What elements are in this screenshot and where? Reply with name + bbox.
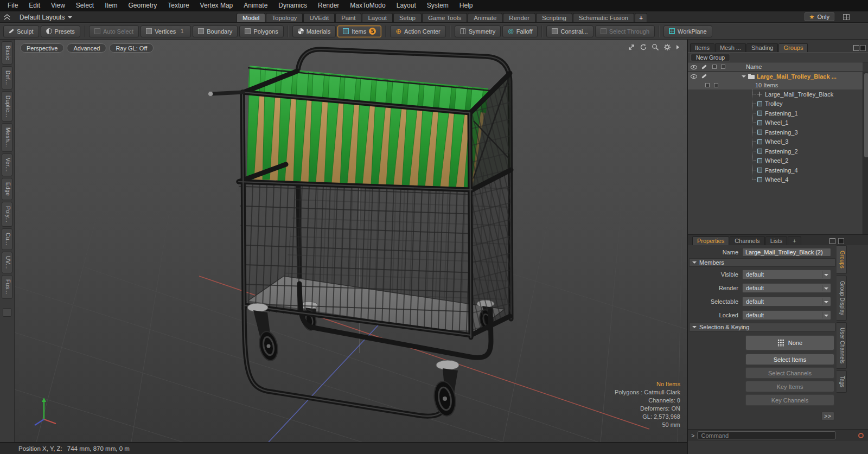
macro-record-icon[interactable] (858, 433, 864, 438)
tree-item[interactable]: Wheel_1 (688, 118, 863, 128)
toolbox-tab-basic[interactable]: Basic (2, 41, 12, 65)
panel-gear-icon[interactable] (838, 238, 844, 244)
tab-model[interactable]: Model (237, 13, 265, 22)
menu-select[interactable]: Select (71, 0, 99, 11)
menu-geometry[interactable]: Geometry (123, 0, 163, 11)
gear-icon[interactable] (663, 43, 671, 51)
command-input[interactable] (697, 431, 836, 439)
side-tab-group-display[interactable]: Group Display (837, 276, 847, 321)
visible-dropdown[interactable]: default (742, 270, 831, 279)
panel-maximize-icon[interactable] (853, 45, 859, 51)
layout-preset-dropdown[interactable]: Default Layouts (16, 12, 75, 22)
tree-scrollbar[interactable] (863, 72, 868, 234)
tab-animate[interactable]: Animate (468, 13, 502, 22)
menu-view[interactable]: View (46, 0, 71, 11)
tab-schematic-fusion[interactable]: Schematic Fusion (573, 13, 634, 22)
menu-item[interactable]: Item (99, 0, 123, 11)
scrollbar-thumb[interactable] (864, 73, 868, 157)
tab-paint[interactable]: Paint (335, 13, 361, 22)
toolbox-tab-fusion[interactable]: Fus... (2, 275, 12, 299)
none-button[interactable]: None (745, 335, 834, 350)
members-section-header[interactable]: Members (689, 258, 835, 267)
tree-item[interactable]: Fastening_2 (688, 146, 863, 156)
raygl-button[interactable]: Ray GL: Off (109, 43, 154, 53)
render-dropdown[interactable]: default (742, 283, 831, 293)
checkbox[interactable] (714, 83, 718, 87)
side-tab-tags[interactable]: Tags (837, 370, 847, 393)
tab-lists[interactable]: Lists (765, 236, 788, 245)
tree-item[interactable]: Trolley (688, 99, 863, 109)
vertices-mode-button[interactable]: Vertices1 (141, 25, 191, 37)
search-zoom-icon[interactable] (652, 43, 659, 51)
add-tab-button[interactable]: + (635, 13, 647, 22)
tree-item[interactable]: Large_Mail_Trolley_Black (688, 89, 863, 99)
expand-layout-icon[interactable] (3, 14, 11, 21)
tree-item[interactable]: Wheel_3 (688, 137, 863, 147)
tree-item[interactable]: Fastening_4 (688, 165, 863, 175)
tree-root-subrow[interactable]: 10 Items (688, 81, 863, 89)
viewport-3d-scene[interactable] (15, 40, 687, 442)
falloff-button[interactable]: ◎Falloff (502, 25, 538, 37)
tab-properties[interactable]: Properties (692, 236, 729, 245)
menu-file[interactable]: File (2, 0, 23, 11)
materials-mode-button[interactable]: Materials (292, 25, 336, 37)
tab-render[interactable]: Render (503, 13, 535, 22)
tab-topology[interactable]: Topology (266, 13, 303, 22)
name-column-header[interactable]: Name (746, 63, 762, 70)
perspective-button[interactable]: Perspective (20, 43, 64, 53)
tree-item[interactable]: Wheel_2 (688, 156, 863, 166)
expand-arrow-icon[interactable] (742, 75, 746, 80)
symmetry-button[interactable]: Symmetry (455, 25, 501, 37)
sculpt-button[interactable]: Sculpt (3, 25, 39, 37)
menu-layout[interactable]: Layout (391, 0, 422, 11)
tree-item[interactable]: Fastening_3 (688, 127, 863, 137)
tab-game-tools[interactable]: Game Tools (422, 13, 467, 22)
boundary-mode-button[interactable]: Boundary (193, 25, 238, 37)
tab-groups[interactable]: Groups (778, 43, 808, 52)
tab-mesh-ops[interactable]: Mesh ... (715, 43, 746, 52)
menu-vertex-map[interactable]: Vertex Map (195, 0, 239, 11)
toolbox-tab-mesh[interactable]: Mesh... (2, 123, 12, 151)
rotate-view-icon[interactable] (640, 43, 647, 51)
toolbox-tab-duplicate[interactable]: Duplic... (2, 91, 12, 122)
selectable-dropdown[interactable]: default (742, 297, 831, 306)
tree-header-row[interactable]: Name (688, 62, 863, 72)
constraints-button[interactable]: Constrai... (546, 25, 593, 37)
maximize-icon[interactable] (628, 43, 635, 51)
eye-icon[interactable] (691, 73, 697, 79)
tab-uvedit[interactable]: UVEdit (303, 13, 335, 22)
tree-item[interactable]: Wheel_4 (688, 175, 863, 185)
tab-shading[interactable]: Shading (746, 43, 778, 52)
menu-render[interactable]: Render (312, 0, 344, 11)
toolbox-tab-uv[interactable]: UV... (2, 252, 12, 273)
workplane-button[interactable]: WorkPlane (663, 25, 712, 37)
more-options-button[interactable]: >> (821, 412, 834, 420)
panel-maximize-icon[interactable] (829, 238, 835, 244)
selected-group-block[interactable]: Large_Mail_Trolley_Black ... 10 Items (688, 72, 863, 89)
advanced-button[interactable]: Advanced (67, 43, 106, 53)
locked-dropdown[interactable]: default (742, 310, 831, 320)
tab-items[interactable]: Items (690, 43, 714, 52)
items-mode-button[interactable]: Items5 (337, 25, 381, 37)
new-group-button[interactable]: New Group (691, 54, 730, 61)
favorites-only-button[interactable]: ★ Only (805, 12, 835, 21)
group-name-input[interactable] (742, 248, 831, 257)
menu-texture[interactable]: Texture (162, 0, 194, 11)
tab-setup[interactable]: Setup (393, 13, 422, 22)
menu-dynamics[interactable]: Dynamics (273, 0, 312, 11)
layout-switcher-icon[interactable] (843, 14, 850, 20)
viewport-menu-arrow-icon[interactable] (675, 44, 680, 50)
menu-help[interactable]: Help (454, 0, 478, 11)
toolbox-tab-vertex[interactable]: Ver... (2, 154, 12, 176)
toolbox-tab-polygon[interactable]: Poly... (2, 202, 12, 227)
toolbox-tab-deform[interactable]: Def... (2, 66, 12, 89)
panel-options-icon[interactable] (860, 45, 866, 51)
side-tab-groups[interactable]: Groups (837, 245, 847, 274)
tab-scripting[interactable]: Scripting (536, 13, 572, 22)
3d-viewport[interactable]: Perspective Advanced Ray GL: Off No Item… (15, 40, 687, 442)
tab-layout[interactable]: Layout (362, 13, 393, 22)
side-tab-user-channels[interactable]: User Channels (837, 322, 847, 369)
selection-keying-header[interactable]: Selection & Keying (689, 323, 835, 331)
tab-channels[interactable]: Channels (730, 236, 764, 245)
menu-maxtomodo[interactable]: MaxToModo (344, 0, 391, 11)
